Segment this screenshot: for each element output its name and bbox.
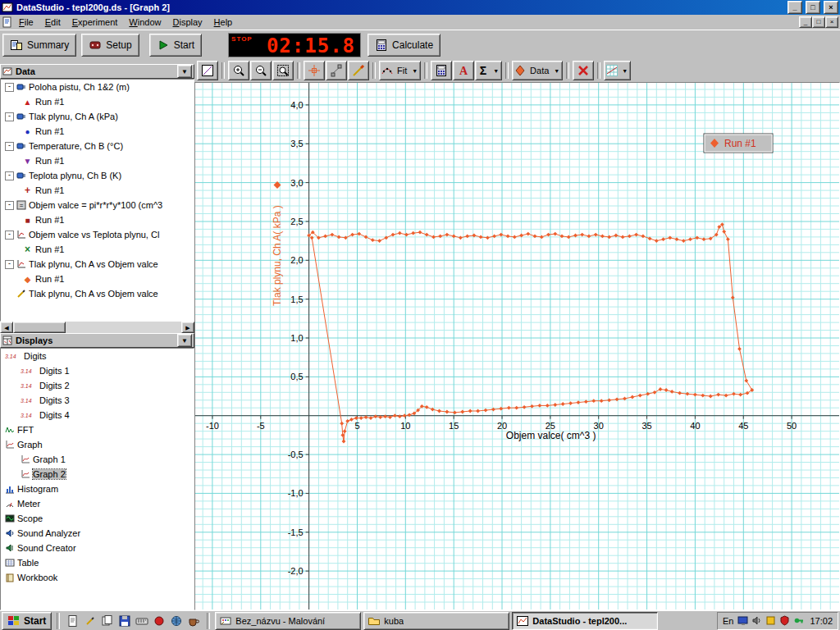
display-item[interactable]: Scope — [1, 511, 194, 526]
summary-button[interactable]: Summary — [2, 34, 76, 57]
graph-plot-area[interactable]: -10-551015202530354045504,03,53,02,52,01… — [194, 82, 840, 610]
expand-toggle[interactable]: - — [5, 260, 14, 269]
quicklaunch-redball-icon[interactable] — [151, 614, 167, 628]
taskbar-start-button[interactable]: Start — [2, 612, 52, 630]
data-panel-dropdown-button[interactable]: ▼ — [177, 65, 192, 78]
data-source-item[interactable]: Tlak plynu, Ch A vs Objem valce — [1, 286, 194, 301]
display-item[interactable]: Graph — [1, 437, 194, 452]
data-run-item[interactable]: ■Run #1 — [1, 212, 194, 227]
quicklaunch-page-icon[interactable] — [65, 614, 81, 628]
expand-toggle[interactable]: - — [5, 171, 14, 180]
data-run-item[interactable]: ▲Run #1 — [1, 94, 194, 109]
data-panel-header[interactable]: Data ▼ — [0, 64, 194, 79]
display-item[interactable]: Sound Creator — [1, 541, 194, 555]
display-subitem[interactable]: 3.14Digits 4 — [1, 408, 194, 422]
scroll-left-button[interactable]: ◀ — [0, 322, 13, 333]
data-menu-button[interactable]: Data▼ — [512, 61, 563, 80]
data-source-item[interactable]: -Teplota plynu, Ch B (K) — [1, 168, 194, 183]
scroll-right-button[interactable]: ▶ — [181, 322, 194, 333]
display-item[interactable]: Meter — [1, 496, 194, 511]
quicklaunch-floppy-icon[interactable] — [116, 614, 133, 628]
tray-speaker-icon[interactable] — [751, 614, 763, 627]
minimize-button[interactable]: _ — [788, 1, 802, 14]
title-bar[interactable]: DataStudio - tepl200g.ds - [Graph 2] _ □… — [0, 0, 840, 15]
slope-tool-button[interactable] — [326, 61, 347, 80]
start-button[interactable]: Start — [149, 34, 202, 57]
display-subitem[interactable]: Graph 2 — [1, 467, 194, 482]
data-source-item[interactable]: -Poloha pistu, Ch 1&2 (m) — [1, 80, 194, 94]
mdi-minimize-button[interactable]: _ — [799, 16, 812, 28]
display-item[interactable]: Table — [1, 555, 194, 570]
data-source-item[interactable]: -Objem valce vs Teplota plynu, Cl — [1, 227, 194, 242]
tray-yellowdoc-icon[interactable] — [765, 614, 777, 627]
statistics-button[interactable]: Σ▼ — [475, 61, 502, 80]
menu-display[interactable]: Display — [167, 16, 208, 29]
keyboard-layout-indicator[interactable]: En — [723, 616, 733, 626]
scale-to-fit-button[interactable] — [197, 61, 218, 80]
data-run-item[interactable]: ×Run #1 — [1, 242, 194, 257]
zoom-out-button[interactable] — [250, 61, 272, 80]
expand-toggle[interactable]: - — [5, 231, 14, 240]
mdi-restore-button[interactable]: □ — [812, 16, 825, 28]
display-item[interactable]: 3.14Digits — [1, 349, 194, 363]
calculate-button[interactable]: Calculate — [368, 34, 441, 57]
tray-greenkey-icon[interactable] — [792, 614, 805, 627]
quicklaunch-cup-icon[interactable] — [185, 614, 202, 628]
data-run-item[interactable]: ▼Run #1 — [1, 153, 194, 168]
maximize-button[interactable]: □ — [806, 1, 820, 14]
display-subitem[interactable]: 3.14Digits 2 — [1, 378, 194, 393]
legend[interactable]: Run #1 — [704, 134, 773, 153]
text-tool-button[interactable]: A — [453, 61, 474, 80]
remove-button[interactable] — [573, 61, 594, 80]
settings-button[interactable]: ▼ — [604, 61, 631, 80]
menu-window[interactable]: Window — [123, 16, 167, 29]
svg-text:A: A — [459, 65, 468, 77]
data-source-item[interactable]: -Tlak plynu, Ch A (kPa) — [1, 109, 194, 124]
display-label: Sound Creator — [17, 543, 76, 553]
display-subitem[interactable]: 3.14Digits 3 — [1, 393, 194, 408]
expand-toggle[interactable]: - — [5, 142, 14, 151]
menu-experiment[interactable]: Experiment — [66, 16, 124, 29]
zoom-select-button[interactable] — [272, 61, 294, 80]
tray-monitor-icon[interactable] — [737, 614, 749, 627]
display-item[interactable]: Histogram — [1, 482, 194, 496]
smart-tool-button[interactable] — [304, 61, 325, 80]
display-subitem[interactable]: 3.14Digits 1 — [1, 363, 194, 378]
data-run-item[interactable]: +Run #1 — [1, 183, 194, 198]
displays-panel-dropdown-button[interactable]: ▼ — [177, 334, 192, 347]
fit-menu-button[interactable]: Fit▼ — [379, 61, 421, 80]
menu-edit[interactable]: Edit — [39, 16, 66, 29]
expand-toggle[interactable]: - — [5, 83, 14, 92]
close-button[interactable]: × — [824, 1, 838, 14]
data-run-item[interactable]: ●Run #1 — [1, 124, 194, 139]
quicklaunch-keyb-icon[interactable] — [134, 614, 150, 628]
display-item[interactable]: Workbook — [1, 570, 194, 585]
task-button-datastudio-tepl200-[interactable]: DataStudio - tepl200... — [512, 612, 658, 630]
display-item[interactable]: FFT — [1, 422, 194, 437]
scrollbar-thumb[interactable] — [13, 322, 66, 333]
data-tree-hscrollbar[interactable]: ◀ ▶ — [0, 322, 194, 333]
display-subitem[interactable]: Graph 1 — [1, 452, 194, 467]
displays-panel-header[interactable]: Displays ▼ — [0, 333, 194, 348]
expand-toggle[interactable]: - — [5, 112, 14, 121]
calculator-button[interactable] — [431, 61, 452, 80]
data-source-item[interactable]: -Tlak plynu, Ch A vs Objem valce — [1, 257, 194, 272]
data-source-item[interactable]: -Temperature, Ch B (°C) — [1, 139, 194, 153]
setup-button[interactable]: Setup — [81, 34, 139, 57]
tray-redshield-icon[interactable] — [778, 614, 791, 627]
data-source-item[interactable]: -=Objem valce = pi*r*r*y*100 (cm^3 — [1, 198, 194, 212]
annotate-button[interactable] — [348, 61, 369, 80]
data-run-item[interactable]: ◆Run #1 — [1, 272, 194, 286]
display-item[interactable]: Sound Analyzer — [1, 526, 194, 541]
task-button-kuba[interactable]: kuba — [363, 612, 509, 630]
svg-text:=: = — [20, 202, 24, 209]
mdi-close-button[interactable]: × — [825, 16, 838, 28]
quicklaunch-globe-icon[interactable] — [168, 614, 185, 628]
zoom-in-button[interactable] — [228, 61, 249, 80]
task-button-bez-n-zvu-malov-n-[interactable]: Bez_názvu - Malování — [215, 612, 361, 630]
expand-toggle[interactable]: - — [5, 201, 14, 210]
quicklaunch-pencil-icon[interactable] — [82, 614, 98, 628]
quicklaunch-pages-icon[interactable] — [99, 614, 116, 628]
menu-file[interactable]: File — [13, 16, 39, 29]
menu-help[interactable]: Help — [208, 16, 239, 29]
